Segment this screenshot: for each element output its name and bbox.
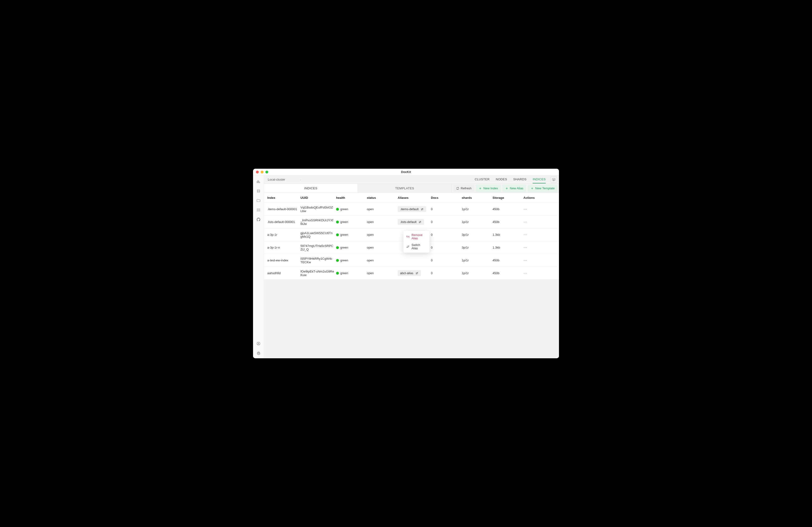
health-dot-icon xyxy=(336,208,339,211)
sub-tabs: INDICES TEMPLATES xyxy=(264,184,452,193)
col-aliases: Aliases xyxy=(397,196,430,199)
svg-point-14 xyxy=(419,222,420,223)
new-template-button[interactable]: New Template xyxy=(528,185,557,192)
svg-rect-4 xyxy=(257,210,260,211)
cell-status: open xyxy=(366,271,397,275)
close-window-button[interactable] xyxy=(256,171,259,174)
alias-chip-label: abct-alias xyxy=(400,271,414,275)
chat-button[interactable] xyxy=(550,176,557,183)
cell-index: .lists-default-000001 xyxy=(266,220,300,224)
cell-status: open xyxy=(366,220,397,224)
row-actions-button[interactable]: ⋯ xyxy=(522,207,541,211)
cell-status: open xyxy=(366,233,397,237)
toolbar-actions: Refresh New Index New Alias New Template xyxy=(452,184,559,193)
cluster-select[interactable]: Local-cluster ⌄ xyxy=(266,177,303,182)
new-index-button[interactable]: New Index xyxy=(476,185,501,192)
traffic-lights xyxy=(253,171,268,174)
cell-storage: 450b xyxy=(492,271,522,275)
row-actions-button[interactable]: ⋯ xyxy=(522,220,541,224)
cell-index: .items-default-000001 xyxy=(266,207,300,211)
new-index-label: New Index xyxy=(483,186,498,190)
health-label: green xyxy=(340,258,348,262)
new-alias-button[interactable]: New Alias xyxy=(502,185,526,192)
sidebar-item-dashboard[interactable] xyxy=(254,177,263,186)
sub-tab-templates[interactable]: TEMPLATES xyxy=(358,184,452,193)
alias-chip[interactable]: .items-default xyxy=(398,206,426,212)
toolbar: INDICES TEMPLATES Refresh New Index New … xyxy=(264,184,559,193)
health-dot-icon xyxy=(336,259,339,262)
svg-point-11 xyxy=(422,208,423,209)
sub-tab-indices[interactable]: INDICES xyxy=(264,184,358,193)
cell-health: green xyxy=(335,233,366,237)
sidebar-item-files[interactable] xyxy=(254,196,263,205)
menu-switch-alias[interactable]: Switch Alias xyxy=(403,242,430,252)
alias-chip-label: .lists-default xyxy=(400,220,417,224)
tab-nodes[interactable]: NODES xyxy=(496,176,507,183)
plus-icon xyxy=(531,187,534,190)
minimize-window-button[interactable] xyxy=(261,171,263,174)
sidebar-item-database[interactable] xyxy=(254,187,263,195)
tab-cluster[interactable]: CLUSTER xyxy=(475,176,490,183)
table-header: Index UUID health status Aliases Docs sh… xyxy=(264,193,559,203)
sidebar-item-history[interactable] xyxy=(254,206,263,214)
plus-icon xyxy=(479,187,482,190)
col-docs: Docs xyxy=(430,196,461,199)
cell-shards: 1p/1r xyxy=(461,271,492,275)
bars-icon xyxy=(256,179,261,184)
sidebar-item-settings[interactable] xyxy=(254,349,263,357)
alias-chip-label: .items-default xyxy=(400,207,419,211)
database-icon xyxy=(256,189,261,193)
github-icon xyxy=(256,217,261,222)
alias-chip[interactable]: .lists-default xyxy=(398,219,424,225)
col-storage: Storage xyxy=(492,196,522,199)
cell-storage: 1.3kb xyxy=(492,233,522,237)
col-shards: shards xyxy=(461,196,492,199)
alias-chip[interactable]: abct-alias xyxy=(398,270,421,276)
cell-index: a-test-ew-index xyxy=(266,258,300,262)
cell-shards: 3p/1r xyxy=(461,233,492,237)
new-alias-label: New Alias xyxy=(510,186,523,190)
sidebar xyxy=(253,175,264,358)
refresh-button[interactable]: Refresh xyxy=(453,185,475,192)
tab-indices[interactable]: INDICES xyxy=(533,176,546,183)
cell-health: green xyxy=(335,258,366,262)
svg-point-7 xyxy=(258,352,259,354)
cell-aliases: .items-default xyxy=(397,206,430,212)
cell-docs: 0 xyxy=(430,246,461,249)
app-window: DocKit xyxy=(253,169,559,358)
health-dot-icon xyxy=(336,221,339,224)
menu-switch-alias-label: Switch Alias xyxy=(411,243,426,250)
cell-uuid: Vql1BsdoQEufPzEkIOZLbw xyxy=(300,206,335,213)
sidebar-item-github[interactable] xyxy=(254,215,263,224)
row-actions-button[interactable]: ⋯ xyxy=(522,271,541,275)
health-dot-icon xyxy=(336,246,339,249)
gear-icon xyxy=(256,351,261,355)
layers-icon xyxy=(256,208,261,212)
health-label: green xyxy=(340,233,348,237)
unlink-icon xyxy=(406,235,409,238)
row-actions-button[interactable]: ⋯ xyxy=(522,258,541,262)
tab-shards[interactable]: SHARDS xyxy=(513,176,526,183)
menu-remove-alias-label: Remove Alias xyxy=(411,234,426,240)
sidebar-item-account[interactable] xyxy=(254,339,263,348)
maximize-window-button[interactable] xyxy=(265,171,268,174)
cell-shards: 1p/1r xyxy=(461,258,492,262)
health-label: green xyxy=(340,220,348,224)
sliders-icon xyxy=(418,220,422,224)
menu-remove-alias[interactable]: Remove Alias xyxy=(403,232,430,242)
col-health: health xyxy=(335,196,366,199)
cluster-select-value: Local-cluster xyxy=(268,178,285,181)
row-actions-button[interactable]: ⋯ xyxy=(522,245,541,250)
cell-shards: 1p/1r xyxy=(461,220,492,224)
cell-health: green xyxy=(335,246,366,249)
refresh-label: Refresh xyxy=(461,186,472,190)
health-label: green xyxy=(340,271,348,275)
cell-shards: 3p/1r xyxy=(461,246,492,249)
cell-docs: 0 xyxy=(430,207,461,211)
cell-uuid: 59747mgUTHa5cSRPCZiJ_Q xyxy=(300,244,335,251)
col-uuid: UUID xyxy=(300,196,335,199)
cell-index: aahsdhfid xyxy=(266,271,300,275)
cell-index: a-3p-1r xyxy=(266,233,300,237)
cell-storage: 450b xyxy=(492,258,522,262)
row-actions-button[interactable]: ⋯ xyxy=(522,232,541,237)
